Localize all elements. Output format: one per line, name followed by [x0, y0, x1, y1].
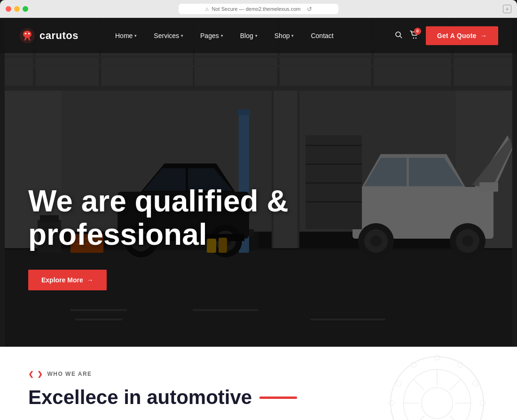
- nav-actions: 0 Get A Quote →: [395, 26, 498, 45]
- navbar: carutos Home ▾ Services ▾ Pages ▾ Blog: [0, 18, 517, 53]
- close-dot[interactable]: [6, 6, 11, 12]
- address-bar[interactable]: ⚠ Not Secure — demo2.themelexus.com ↺: [179, 4, 338, 14]
- nav-pages[interactable]: Pages ▾: [192, 18, 232, 53]
- about-section: ❮ ❯ WHO WE ARE Excellece in automotive: [0, 347, 517, 420]
- nav-home[interactable]: Home ▾: [107, 18, 145, 53]
- svg-point-59: [396, 32, 400, 37]
- svg-point-74: [435, 355, 440, 360]
- browser-dots: [6, 6, 28, 12]
- shop-chevron: ▾: [291, 33, 294, 38]
- svg-point-61: [413, 37, 414, 38]
- svg-line-60: [400, 36, 402, 38]
- cart-button[interactable]: 0: [410, 31, 418, 41]
- section-title-accent: [259, 397, 297, 399]
- nav-shop[interactable]: Shop ▾: [266, 18, 303, 53]
- hero-section: carutos Home ▾ Services ▾ Pages ▾ Blog: [0, 18, 517, 347]
- nav-services[interactable]: Services ▾: [145, 18, 192, 53]
- get-quote-button[interactable]: Get A Quote →: [426, 26, 498, 45]
- svg-rect-55: [5, 18, 512, 347]
- section-label-icon: ❮ ❯: [28, 370, 43, 378]
- url-text: Not Secure — demo2.themelexus.com: [212, 6, 301, 12]
- blog-chevron: ▾: [255, 33, 258, 38]
- section-title: Excellece in automotive: [28, 386, 252, 409]
- svg-point-58: [28, 32, 30, 34]
- not-secure-icon: ⚠: [205, 7, 209, 12]
- cart-count: 0: [414, 28, 421, 35]
- svg-line-73: [414, 416, 424, 420]
- nav-menu: Home ▾ Services ▾ Pages ▾ Blog ▾ Shop: [107, 18, 395, 53]
- svg-point-84: [396, 381, 401, 386]
- logo[interactable]: carutos: [19, 27, 78, 44]
- svg-line-70: [414, 380, 424, 390]
- logo-icon: [19, 27, 36, 44]
- svg-line-72: [450, 380, 461, 390]
- explore-button[interactable]: Explore More →: [28, 270, 107, 290]
- svg-point-57: [25, 32, 27, 34]
- svg-line-71: [450, 416, 461, 420]
- maximize-dot[interactable]: [23, 6, 28, 12]
- nav-contact[interactable]: Contact: [302, 18, 342, 53]
- nav-blog[interactable]: Blog ▾: [232, 18, 266, 53]
- home-chevron: ▾: [134, 33, 137, 38]
- minimize-dot[interactable]: [14, 6, 20, 12]
- refresh-icon[interactable]: ↺: [307, 6, 312, 13]
- svg-point-65: [422, 388, 453, 419]
- hero-background: [0, 18, 517, 347]
- hero-content: We are qualified & professional Explore …: [28, 185, 289, 290]
- tire-watermark: [385, 351, 489, 420]
- svg-point-83: [389, 401, 394, 406]
- new-tab-button[interactable]: +: [503, 5, 511, 13]
- services-chevron: ▾: [181, 33, 183, 38]
- brand-name: carutos: [39, 30, 78, 42]
- hero-title: We are qualified & professional: [28, 185, 289, 251]
- svg-point-77: [480, 401, 485, 406]
- website-content: carutos Home ▾ Services ▾ Pages ▾ Blog: [0, 18, 517, 420]
- search-button[interactable]: [395, 31, 402, 40]
- svg-point-76: [473, 381, 478, 386]
- browser-chrome: ⚠ Not Secure — demo2.themelexus.com ↺ +: [0, 0, 517, 18]
- pages-chevron: ▾: [221, 33, 223, 38]
- svg-point-62: [415, 37, 416, 38]
